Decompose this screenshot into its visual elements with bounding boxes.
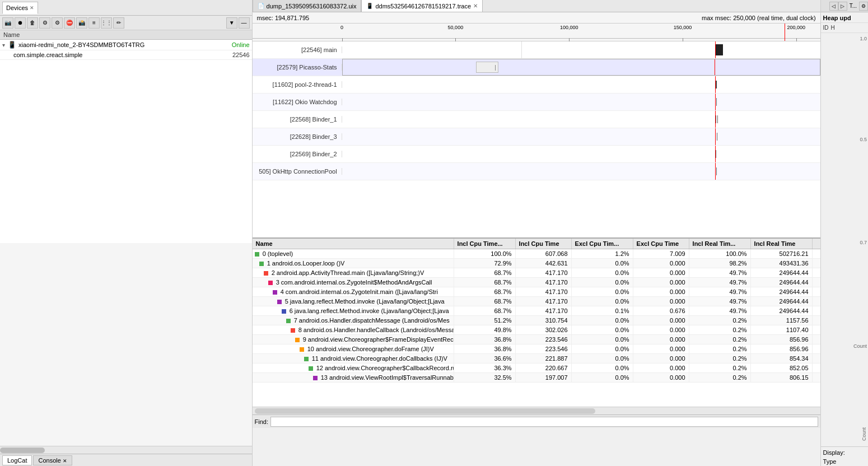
row-incl-cpu-pct-7: 51.2%: [454, 316, 516, 325]
table-h-scrollbar[interactable]: [253, 407, 820, 414]
thread-track-okio[interactable]: [342, 94, 820, 110]
table-row[interactable]: 6 java.lang.reflect.Method.invoke (Ljava…: [253, 306, 820, 316]
table-row[interactable]: 13 android.view.ViewRootImpl$TraversalRu…: [253, 373, 820, 383]
collapse-btn[interactable]: ▼: [226, 17, 237, 29]
table-row[interactable]: 4 com.android.internal.os.ZygoteInit.mai…: [253, 287, 820, 297]
bottom-table-area: Name Incl Cpu Time... Incl Cpu Time Excl…: [253, 237, 820, 428]
table-row[interactable]: 11 android.view.Choreographer.doCallback…: [253, 354, 820, 364]
row-incl-cpu-time-13: 197.007: [516, 373, 572, 382]
row-excl-cpu-time-13: 0.000: [633, 373, 689, 382]
row-incl-real-time-2: 249644.44: [751, 268, 813, 277]
dots-btn[interactable]: ⋮⋮: [101, 17, 112, 29]
sidebar-expand-btn[interactable]: ▷: [838, 2, 847, 11]
find-input[interactable]: [270, 417, 818, 427]
row-excl-cpu-pct-9: 0.0%: [572, 335, 633, 344]
thread-row-binder1[interactable]: [22568] Binder_1: [253, 111, 820, 128]
thread-row-okhttp[interactable]: 505] OkHttp ConnectionPool: [253, 163, 820, 180]
logcat-tab[interactable]: LogCat: [2, 455, 32, 465]
row-incl-real-pct-8: 0.2%: [689, 325, 751, 334]
more2-btn[interactable]: ⚙: [52, 17, 63, 29]
row-incl-real-pct-13: 0.2%: [689, 373, 751, 382]
file-tab-close-1[interactable]: ✕: [473, 3, 478, 9]
row-incl-cpu-time-8: 302.026: [516, 325, 572, 334]
stop-btn[interactable]: ⛔: [64, 17, 75, 29]
thread-track-picasso[interactable]: [342, 59, 820, 76]
row-incl-real-pct-7: 0.2%: [689, 316, 751, 325]
thread-track-binder2[interactable]: [342, 146, 820, 162]
table-row[interactable]: 3 com.android.internal.os.ZygoteInit$Met…: [253, 278, 820, 287]
row-excl-cpu-time-12: 0.000: [633, 364, 689, 372]
thread-track-main[interactable]: [342, 41, 820, 58]
thread-row-binder3[interactable]: [22628] Binder_3: [253, 128, 820, 146]
camera-btn[interactable]: 📸: [76, 17, 87, 29]
right-top-tabs: ◁ ▷ T... ⚙: [821, 0, 868, 12]
thread-row-main[interactable]: [22546] main: [253, 41, 820, 59]
table-row[interactable]: 0 (toplevel) 100.0% 607.068 1.2% 7.009 1…: [253, 249, 820, 259]
delete-btn[interactable]: 🗑: [27, 17, 38, 29]
panel-min-btn[interactable]: —: [239, 17, 250, 29]
table-row[interactable]: 9 android.view.Choreographer$FrameDispla…: [253, 335, 820, 344]
row-incl-real-pct-5: 49.7%: [689, 297, 751, 306]
th-excl-cpu-pct[interactable]: Excl Cpu Tim...: [572, 239, 633, 249]
file-tab-0[interactable]: 📄 dump_153950956316083372.uix: [253, 0, 362, 12]
thread-label-binder2: [22569] Binder_2: [253, 151, 342, 157]
thread-track-okhttp[interactable]: [342, 163, 820, 180]
row-incl-real-time-4: 249644.44: [751, 287, 813, 296]
row-excl-cpu-pct-3: 0.0%: [572, 278, 633, 287]
table-row[interactable]: 12 android.view.Choreographer$CallbackRe…: [253, 364, 820, 373]
th-name[interactable]: Name: [253, 239, 454, 249]
thread-track-binder3[interactable]: [342, 128, 820, 145]
th-incl-real-pct[interactable]: Incl Real Tim...: [689, 239, 751, 249]
row-incl-cpu-time-11: 221.887: [516, 354, 572, 363]
row-excl-cpu-pct-0: 1.2%: [572, 249, 633, 258]
devices-tab-close[interactable]: ✕: [30, 5, 34, 11]
screen-record-btn[interactable]: ⏺: [15, 17, 26, 29]
row-incl-real-pct-11: 0.2%: [689, 354, 751, 363]
row-name-3: 3 com.android.internal.os.ZygoteInit$Met…: [276, 279, 432, 286]
screenshot-btn[interactable]: 📷: [2, 17, 13, 29]
table-row[interactable]: 1 android.os.Looper.loop ()V 72.9% 442.6…: [253, 259, 820, 268]
thread-row-okio[interactable]: [11622] Okio Watchdog: [253, 94, 820, 111]
thread-track-pool2[interactable]: [342, 76, 820, 93]
table-row[interactable]: 10 android.view.Choreographer.doFrame (J…: [253, 344, 820, 354]
row-incl-cpu-pct-2: 68.7%: [454, 268, 516, 277]
thread-row-pool2[interactable]: [11602] pool-2-thread-1: [253, 76, 820, 94]
th-incl-cpu-pct[interactable]: Incl Cpu Time...: [454, 239, 516, 249]
edit-btn[interactable]: ✏: [113, 17, 124, 29]
row-name-13: 13 android.view.ViewRootImpl$TraversalRu…: [321, 374, 454, 381]
th-excl-cpu-time[interactable]: Excl Cpu Time: [633, 239, 689, 249]
row-incl-real-pct-1: 98.2%: [689, 259, 751, 268]
chart-y-05: 0.5: [860, 137, 867, 142]
tick-picasso: [495, 65, 496, 71]
list-btn[interactable]: ≡: [88, 17, 100, 29]
row-incl-cpu-pct-0: 100.0%: [454, 249, 516, 258]
device-row[interactable]: ▾ 📱 xiaomi-redmi_note_2-BY4SDMMBTO6T4TRG…: [0, 40, 252, 50]
table-row[interactable]: 2 android.app.ActivityThread.main ([Ljav…: [253, 268, 820, 278]
file-tab-1[interactable]: 📱 ddms532564612678151921​7.trace ✕: [361, 0, 483, 12]
table-row[interactable]: 5 java.lang.reflect.Method.invoke (Ljava…: [253, 297, 820, 306]
th-incl-cpu-time[interactable]: Incl Cpu Time: [516, 239, 572, 249]
file-tab-label-0: dump_153950956316083372.uix: [267, 3, 357, 10]
thread-row-picasso[interactable]: [22579] Picasso-Stats: [253, 59, 820, 76]
h-scrollbar[interactable]: [0, 446, 252, 454]
thread-track-binder1[interactable]: [342, 111, 820, 128]
row-incl-real-pct-9: 0.2%: [689, 335, 751, 344]
sidebar-collapse-btn[interactable]: ◁: [829, 2, 838, 11]
row-incl-real-pct-2: 49.7%: [689, 268, 751, 277]
process-row[interactable]: com.simple.creact.simple 22546: [0, 50, 252, 60]
console-close-icon[interactable]: ✕: [63, 458, 67, 464]
row-incl-cpu-time-12: 220.667: [516, 364, 572, 372]
th-incl-real-time[interactable]: Incl Real Time: [751, 239, 813, 249]
console-tab[interactable]: Console ✕: [33, 455, 72, 465]
table-row[interactable]: 7 android.os.Handler.dispatchMessage (La…: [253, 316, 820, 325]
sidebar-more-btn[interactable]: ⚙: [859, 2, 868, 11]
find-label: Find:: [255, 418, 268, 425]
activity-binder1b: [717, 115, 718, 123]
table-row[interactable]: 8 android.os.Handler.handleCallback (Lan…: [253, 325, 820, 335]
thread-row-binder2[interactable]: [22569] Binder_2: [253, 146, 820, 163]
more1-btn[interactable]: ⚙: [39, 17, 50, 29]
logcat-tab-label: LogCat: [7, 457, 27, 464]
devices-tab-label: Devices: [6, 4, 28, 11]
devices-tab[interactable]: Devices ✕: [2, 2, 38, 14]
activity-binder2: [716, 150, 716, 158]
